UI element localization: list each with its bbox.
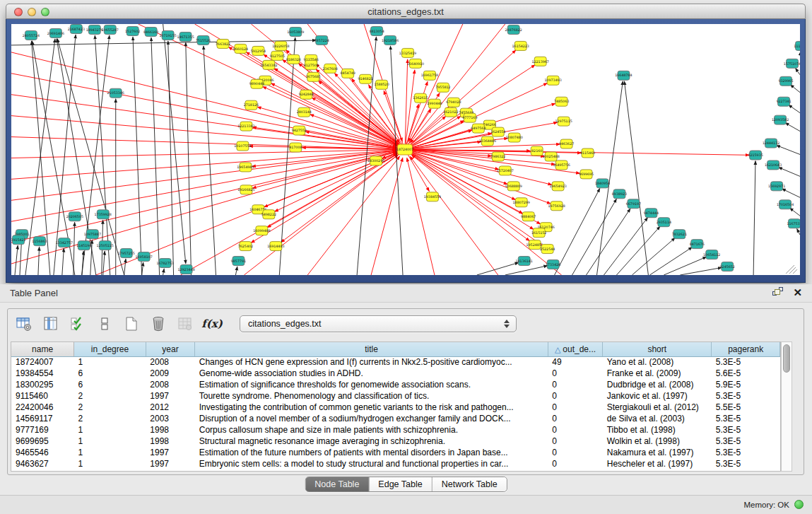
graph-node[interactable]: 16053809 (287, 27, 304, 36)
graph-node[interactable]: 19654923 (549, 182, 566, 191)
graph-node[interactable]: 8813054 (369, 26, 384, 35)
graph-node[interactable]: 13325419 (399, 48, 416, 57)
show-columns-icon[interactable] (42, 315, 60, 333)
graph-node[interactable]: 1733426 (546, 260, 560, 269)
graph-node[interactable]: 12444132 (763, 139, 779, 148)
graph-node[interactable]: 14671355 (177, 32, 194, 41)
graph-node[interactable]: 16154223 (512, 41, 529, 50)
graph-node[interactable]: 7663822 (216, 39, 230, 48)
graph-node[interactable]: 9699695 (579, 170, 594, 179)
close-icon[interactable]: ✕ (793, 287, 802, 298)
table-row[interactable]: 1456911722003Disruption of a novel membe… (11, 413, 780, 424)
table-select-dropdown[interactable]: citations_edges.txt (240, 315, 517, 332)
graph-node[interactable]: 1362615 (413, 93, 428, 103)
graph-node[interactable]: 14136141 (516, 257, 533, 266)
graph-node[interactable]: 21687423 (68, 24, 85, 33)
graph-node[interactable]: 9329965 (778, 76, 793, 86)
graph-node[interactable]: 8471676 (690, 240, 705, 249)
graph-node[interactable]: 1527602 (125, 26, 140, 35)
tab-node-table[interactable]: Node Table (305, 477, 369, 491)
table-row[interactable]: 2242004622012Investigating the contribut… (11, 402, 780, 413)
graph-node[interactable]: 19218586 (382, 35, 399, 45)
graph-node[interactable]: 9127505 (270, 51, 285, 60)
graph-node[interactable]: 1167533 (787, 219, 800, 228)
graph-node[interactable]: 10719155 (159, 30, 176, 40)
graph-node[interactable]: 18724007 (396, 144, 413, 155)
graph-node[interactable]: 20691406 (47, 28, 64, 37)
graph-node[interactable]: 10973493 (544, 76, 561, 85)
network-canvas[interactable]: 1872400724055724206914062168742318943276… (11, 24, 800, 275)
graph-node[interactable]: 17016504 (777, 200, 794, 209)
column-header-title[interactable]: title (195, 342, 548, 356)
graph-node[interactable]: 16914483 (267, 242, 284, 251)
graph-node[interactable]: 10025488 (542, 152, 559, 161)
tab-edge-table[interactable]: Edge Table (369, 477, 432, 491)
graph-node[interactable]: 9127508 (304, 60, 319, 69)
function-builder-icon[interactable]: f(x) (203, 315, 221, 333)
graph-node[interactable]: 7485063 (554, 97, 569, 106)
graph-node[interactable]: 18226058 (272, 41, 289, 50)
delete-column-icon[interactable] (149, 315, 167, 333)
graph-node[interactable]: 6679197 (626, 199, 641, 209)
graph-node[interactable]: 9427552 (292, 126, 307, 135)
graph-node[interactable]: 12213383 (237, 122, 254, 131)
graph-node[interactable]: 12975115 (555, 117, 572, 126)
graph-node[interactable]: 6497568 (471, 124, 486, 133)
graph-node[interactable]: 1624554 (490, 127, 505, 136)
graph-node[interactable]: 24055724 (23, 30, 40, 40)
table-scrollbar[interactable] (781, 341, 792, 472)
graph-node[interactable]: 9474444 (644, 209, 659, 218)
graph-node[interactable]: 7986322 (490, 152, 505, 161)
graph-node[interactable]: 16543382 (260, 60, 277, 69)
graph-node[interactable]: 16961758 (421, 71, 438, 80)
graph-node[interactable]: 9463627 (559, 139, 574, 148)
graph-node[interactable]: 6794028 (446, 98, 461, 107)
graph-node[interactable]: 9245652 (720, 262, 735, 271)
graph-node[interactable]: 17359928 (95, 210, 112, 219)
close-window-button[interactable] (14, 8, 23, 16)
table-row[interactable]: 911546021997Tourette syndrome. Phenomeno… (11, 390, 780, 402)
column-header-out_de[interactable]: △out_de... (548, 342, 603, 356)
graph-node[interactable]: 28876822 (505, 25, 522, 34)
tab-network-table[interactable]: Network Table (433, 477, 507, 491)
graph-node[interactable]: 16099488 (253, 226, 270, 235)
graph-node[interactable]: 12213967 (532, 57, 549, 66)
graph-node[interactable]: 8186328 (286, 54, 301, 64)
window-titlebar[interactable]: citations_edges.txt (6, 4, 806, 19)
table-row[interactable]: 1830029562008Estimation of significance … (11, 379, 780, 390)
graph-node[interactable]: 20206505 (66, 212, 83, 221)
graph-node[interactable]: 5912954 (251, 46, 266, 55)
graph-node[interactable]: 7857224 (314, 35, 329, 45)
graph-node[interactable]: 16210643 (765, 160, 782, 170)
graph-node[interactable]: 12505115 (97, 241, 114, 250)
graph-node[interactable]: 8466160 (143, 27, 158, 36)
table-row[interactable]: 946554611997Estimation of the future num… (11, 447, 780, 458)
graph-node[interactable]: 9227341 (776, 97, 791, 106)
column-header-name[interactable]: name (11, 342, 74, 356)
graph-node[interactable]: 17957255 (118, 249, 135, 258)
graph-node[interactable]: 15692971 (768, 182, 785, 191)
graph-node[interactable]: 19756928 (548, 201, 565, 211)
graph-node[interactable]: 16782753 (156, 259, 173, 268)
graph-node[interactable]: 7625402 (238, 242, 253, 251)
graph-node[interactable]: 18300295 (367, 156, 384, 165)
graph-node[interactable]: 1840954 (595, 179, 610, 188)
graph-node[interactable]: 16640910 (407, 59, 424, 68)
graph-node[interactable]: 9777169 (462, 113, 477, 122)
graph-node[interactable]: 2718126 (244, 100, 259, 110)
graph-node[interactable]: 12093582 (772, 115, 789, 124)
graph-node[interactable]: 15720407 (497, 166, 514, 175)
graph-node[interactable]: 15751074 (784, 59, 800, 68)
graph-node[interactable]: 10975887 (84, 230, 101, 239)
graph-node[interactable]: 10654112 (703, 250, 720, 259)
table-row[interactable]: 1872400712008Changes of HCN gene express… (11, 356, 780, 368)
graph-node[interactable]: 8938923 (612, 189, 627, 199)
graph-node[interactable]: 7832621 (672, 230, 687, 239)
table-mode-icon[interactable] (95, 315, 114, 333)
column-header-in_degree[interactable]: in_degree (74, 342, 146, 356)
graph-node[interactable]: 3675685 (306, 72, 321, 81)
column-header-year[interactable]: year (146, 342, 194, 356)
graph-node[interactable]: 9884067 (521, 212, 536, 221)
graph-node[interactable]: 1156863 (32, 237, 47, 246)
column-header-pagerank[interactable]: pagerank (712, 342, 780, 356)
